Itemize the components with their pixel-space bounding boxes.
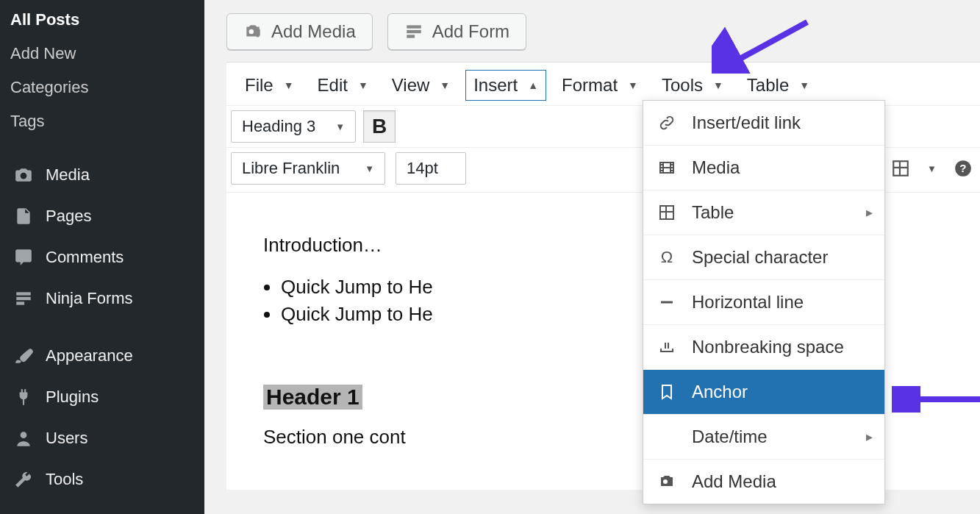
header-1[interactable]: Header 1 [263, 385, 362, 410]
label: Plugins [46, 388, 99, 407]
film-icon [657, 159, 677, 176]
menu-file[interactable]: File [237, 70, 302, 101]
camera-music-icon [243, 22, 262, 41]
admin-sidebar: All Posts Add New Categories Tags Media … [0, 0, 204, 514]
label: Tools [662, 75, 703, 96]
help-button[interactable]: ? [947, 152, 979, 185]
sidebar-item-tools[interactable]: Tools [0, 459, 204, 500]
label: Nonbreaking space [692, 337, 844, 357]
label: Table [692, 202, 734, 223]
menu-item-anchor[interactable]: Anchor [643, 369, 884, 414]
label: Media [46, 165, 90, 185]
menu-item-nbsp[interactable]: Nonbreaking space [643, 324, 884, 369]
label: Categories [10, 78, 88, 96]
label: Add Form [432, 21, 509, 42]
label: Add New [10, 44, 76, 63]
wrench-icon [13, 469, 34, 490]
link-icon [657, 114, 677, 132]
label: Media [692, 157, 740, 178]
bookmark-icon [657, 383, 677, 401]
sidebar-sub-categories[interactable]: Categories [0, 71, 204, 104]
svg-rect-7 [407, 30, 421, 33]
format-select[interactable]: Heading 3 ▼ [231, 110, 356, 143]
chevron-down-icon: ▼ [335, 121, 345, 132]
svg-rect-2 [16, 301, 24, 304]
font-family-select[interactable]: Libre Franklin ▼ [231, 152, 385, 185]
label: Insert [473, 75, 518, 96]
sidebar-item-plugins[interactable]: Plugins [0, 376, 204, 418]
menu-insert[interactable]: Insert [465, 70, 546, 101]
arrow-annotation-anchor [892, 386, 980, 413]
svg-rect-1 [16, 297, 31, 300]
sidebar-sub-tags[interactable]: Tags [0, 104, 204, 138]
pages-icon [13, 206, 34, 226]
label: File [245, 75, 273, 96]
editor-menubar: File Edit View Insert Format Tools Table [226, 63, 980, 105]
sidebar-item-users[interactable]: Users [0, 418, 204, 459]
label: Special character [692, 247, 828, 268]
svg-point-14 [663, 479, 668, 484]
label: Tools [46, 470, 83, 489]
svg-text:?: ? [959, 162, 966, 174]
chevron-down-icon[interactable]: ▼ [927, 163, 937, 174]
main-area: Add Media Add Form File Edit View Insert… [204, 0, 980, 514]
minus-icon [657, 293, 677, 311]
svg-rect-0 [16, 292, 31, 295]
menu-format[interactable]: Format [554, 70, 646, 101]
label: View [392, 75, 430, 96]
sidebar-sub-add-new[interactable]: Add New [0, 37, 204, 71]
svg-rect-8 [407, 35, 415, 38]
media-buttons-row: Add Media Add Form [226, 13, 980, 50]
label: Format [562, 75, 618, 96]
sidebar-item-media[interactable]: Media [0, 154, 204, 196]
menu-edit[interactable]: Edit [310, 70, 376, 101]
form-icon [13, 288, 34, 309]
svg-point-3 [21, 432, 27, 438]
sidebar-item-pages[interactable]: Pages [0, 196, 204, 237]
menu-item-media[interactable]: Media [643, 145, 884, 190]
menu-item-special-char[interactable]: Ω Special character [643, 235, 884, 279]
label: Heading 3 [242, 117, 315, 136]
menu-view[interactable]: View [384, 70, 458, 101]
brush-icon [13, 346, 34, 366]
label: Users [46, 429, 87, 448]
menu-table[interactable]: Table [739, 70, 818, 101]
sidebar-item-appearance[interactable]: Appearance [0, 335, 204, 376]
user-icon [13, 428, 34, 449]
nbsp-icon [657, 338, 677, 356]
label: Pages [46, 207, 91, 226]
chevron-down-icon: ▼ [365, 163, 374, 174]
label: Add Media [692, 471, 776, 492]
label: Horizontal line [692, 292, 804, 313]
svg-rect-6 [407, 25, 421, 28]
plug-icon [13, 387, 34, 407]
menu-item-add-media[interactable]: Add Media [643, 459, 884, 504]
form-icon [404, 22, 423, 41]
label: Libre Franklin [242, 159, 340, 178]
label: Insert/edit link [692, 113, 801, 133]
sidebar-item-ninja-forms[interactable]: Ninja Forms [0, 278, 204, 319]
table-button[interactable] [884, 152, 917, 185]
add-media-button[interactable]: Add Media [226, 13, 373, 50]
bold-button[interactable]: B [363, 110, 396, 143]
svg-point-4 [249, 29, 254, 35]
label: All Posts [10, 10, 79, 29]
comment-icon [13, 247, 34, 268]
label: Tags [10, 112, 44, 130]
menu-tools[interactable]: Tools [654, 70, 732, 101]
label: Comments [46, 248, 124, 267]
font-size-select[interactable]: 14pt [396, 152, 466, 185]
menu-item-datetime[interactable]: Date/time [643, 414, 884, 459]
arrow-annotation-insert [712, 15, 815, 74]
sidebar-sub-all-posts[interactable]: All Posts [0, 3, 204, 37]
menu-item-table[interactable]: Table [643, 190, 884, 235]
label: Table [747, 75, 789, 96]
label: Edit [318, 75, 348, 96]
add-form-button[interactable]: Add Form [387, 13, 526, 50]
table-icon [657, 204, 677, 221]
insert-dropdown: Insert/edit link Media Table Ω Special c… [643, 100, 885, 504]
label: Ninja Forms [46, 289, 133, 308]
menu-item-insert-link[interactable]: Insert/edit link [643, 101, 884, 145]
menu-item-hr[interactable]: Horizontal line [643, 279, 884, 324]
sidebar-item-comments[interactable]: Comments [0, 237, 204, 278]
